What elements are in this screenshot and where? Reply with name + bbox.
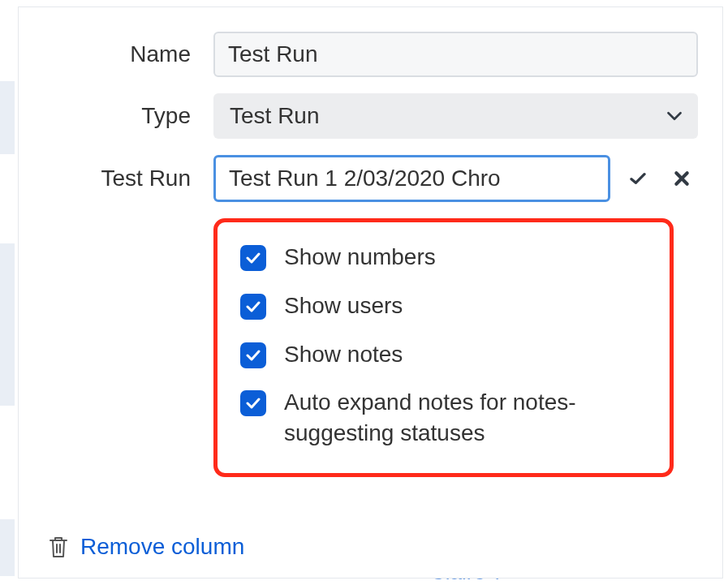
show-notes-checkbox[interactable] <box>240 342 266 368</box>
check-icon <box>630 169 646 188</box>
remove-column-label: Remove column <box>80 534 244 560</box>
background-stripe <box>0 243 15 406</box>
show-users-checkbox[interactable] <box>240 294 266 320</box>
options-highlight: Show numbers Show users Show notes <box>213 218 674 477</box>
auto-expand-notes-checkbox[interactable] <box>240 390 266 416</box>
background-stripe <box>0 81 15 154</box>
testrun-row: Test Run <box>43 155 698 202</box>
type-label: Type <box>43 103 213 129</box>
chevron-down-icon <box>667 111 682 121</box>
show-users-label: Show users <box>284 290 403 321</box>
column-settings-panel: Name Type Test Run Test Run <box>18 6 723 579</box>
name-label: Name <box>43 41 213 67</box>
show-notes-label: Show notes <box>284 339 403 370</box>
auto-expand-notes-label: Auto expand notes for notes-suggesting s… <box>284 387 647 449</box>
remove-column-link[interactable]: Remove column <box>48 534 244 560</box>
show-numbers-checkbox[interactable] <box>240 245 266 271</box>
close-icon <box>674 169 690 188</box>
check-icon <box>246 398 261 409</box>
name-input[interactable] <box>213 32 698 77</box>
confirm-button[interactable] <box>622 162 654 195</box>
type-select-value: Test Run <box>230 103 320 129</box>
check-icon <box>246 301 261 312</box>
background-stripe <box>0 519 15 576</box>
option-show-numbers: Show numbers <box>240 242 647 273</box>
testrun-input[interactable] <box>213 155 610 202</box>
trash-icon <box>48 535 69 559</box>
type-select[interactable]: Test Run <box>213 93 698 139</box>
option-show-users: Show users <box>240 290 647 321</box>
check-icon <box>246 252 261 264</box>
show-numbers-label: Show numbers <box>284 242 436 273</box>
check-icon <box>246 350 261 361</box>
cancel-button[interactable] <box>666 162 698 195</box>
testrun-label: Test Run <box>43 166 213 191</box>
option-show-notes: Show notes <box>240 339 647 370</box>
type-row: Type Test Run <box>43 93 698 139</box>
option-auto-expand-notes: Auto expand notes for notes-suggesting s… <box>240 387 647 449</box>
name-row: Name <box>43 32 698 77</box>
